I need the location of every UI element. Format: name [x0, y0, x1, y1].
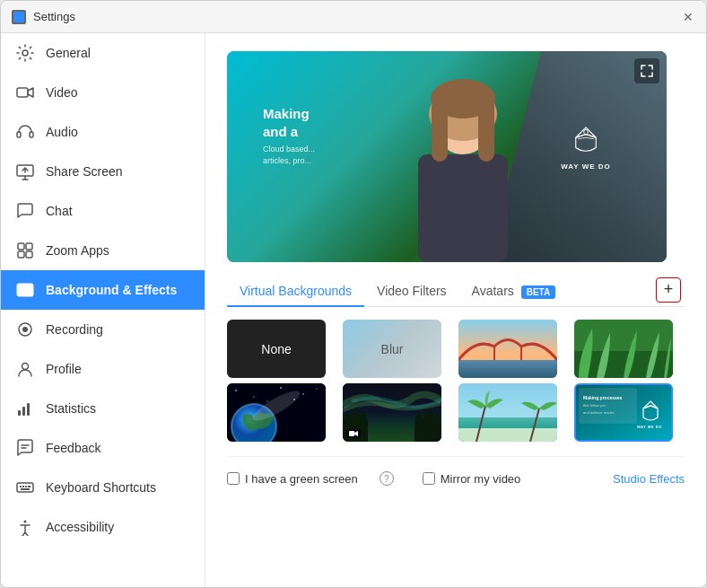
title-bar-left: Settings: [12, 10, 75, 24]
background-grass[interactable]: [574, 320, 673, 378]
video-badge: [346, 429, 361, 438]
green-screen-help-icon[interactable]: ?: [380, 471, 394, 486]
sidebar-item-zoom-apps[interactable]: Zoom Apps: [1, 231, 205, 270]
background-aurora[interactable]: [343, 383, 441, 442]
main-content: General Video: [1, 33, 706, 587]
tab-avatars[interactable]: Avatars BETA: [459, 276, 569, 307]
sidebar-item-background[interactable]: Background & Effects: [1, 270, 205, 310]
svg-rect-9: [26, 251, 32, 258]
svg-rect-15: [18, 410, 21, 416]
svg-rect-19: [17, 483, 33, 492]
svg-rect-4: [30, 132, 33, 137]
background-icon: [15, 280, 35, 300]
mirror-video-checkbox[interactable]: [423, 472, 435, 485]
background-slides[interactable]: Making processes that follow you and ach…: [574, 383, 673, 442]
background-grid: None Blur: [227, 320, 685, 442]
svg-rect-20: [20, 486, 22, 487]
feedback-icon: [15, 438, 35, 458]
sidebar-item-share-screen[interactable]: Share Screen: [1, 152, 205, 191]
accessibility-icon: [15, 517, 35, 537]
background-beach[interactable]: [458, 383, 557, 442]
settings-window: Settings ✕ General: [0, 0, 707, 588]
app-icon: [12, 10, 26, 24]
sidebar-item-accessibility[interactable]: Accessibility: [1, 507, 205, 547]
sidebar-label-profile: Profile: [46, 362, 82, 376]
beta-badge: BETA: [521, 285, 555, 299]
svg-rect-54: [458, 428, 557, 442]
sidebar-item-audio[interactable]: Audio: [1, 112, 205, 152]
headphone-icon: [15, 122, 35, 142]
video-icon: [15, 83, 35, 102]
chat-icon: [15, 201, 35, 221]
svg-text:Making processes: Making processes: [583, 395, 623, 400]
svg-point-25: [24, 521, 27, 523]
sidebar-label-recording: Recording: [46, 322, 103, 337]
keyboard-icon: [15, 478, 35, 497]
sidebar-item-profile[interactable]: Profile: [1, 349, 205, 389]
svg-point-13: [22, 327, 28, 332]
sidebar-item-video[interactable]: Video: [1, 73, 205, 112]
sidebar-label-accessibility: Accessibility: [46, 520, 114, 534]
bottom-bar: I have a green screen ? Mirror my video …: [227, 456, 685, 493]
sidebar-label-general: General: [46, 46, 91, 60]
mirror-video-checkbox-label[interactable]: Mirror my video: [423, 472, 521, 486]
tab-virtual-backgrounds[interactable]: Virtual Backgrounds: [227, 276, 364, 307]
sidebar-label-audio: Audio: [46, 125, 78, 139]
window-title: Settings: [33, 10, 75, 23]
svg-rect-30: [432, 99, 448, 162]
sidebar-label-keyboard: Keyboard Shortcuts: [46, 480, 156, 495]
close-button[interactable]: ✕: [681, 10, 695, 24]
background-none[interactable]: None: [227, 320, 326, 378]
expand-video-button[interactable]: [634, 58, 659, 83]
sidebar-label-chat: Chat: [46, 204, 73, 218]
share-screen-icon: [15, 162, 35, 181]
sidebar: General Video: [1, 33, 205, 587]
svg-point-41: [253, 396, 254, 397]
add-background-button[interactable]: +: [656, 277, 681, 303]
background-blur-label: Blur: [381, 342, 404, 356]
sidebar-item-statistics[interactable]: Statistics: [1, 389, 205, 428]
mirror-video-label: Mirror my video: [441, 472, 521, 486]
background-none-label: None: [261, 342, 291, 356]
record-icon: [15, 320, 35, 339]
svg-text:and achieve results: and achieve results: [583, 410, 614, 415]
svg-rect-51: [349, 431, 354, 436]
svg-rect-23: [28, 486, 31, 487]
sidebar-label-share-screen: Share Screen: [46, 164, 123, 179]
background-blur[interactable]: Blur: [343, 320, 441, 378]
content-area: Makingand a Cloud based...articles, pro.…: [205, 33, 706, 587]
svg-rect-2: [17, 88, 28, 97]
video-text-overlay: Makingand a Cloud based...articles, pro.…: [263, 105, 315, 166]
svg-text:WAY WE DO: WAY WE DO: [637, 425, 662, 429]
sidebar-item-recording[interactable]: Recording: [1, 310, 205, 349]
svg-rect-24: [21, 488, 30, 490]
studio-effects-link[interactable]: Studio Effects: [613, 472, 685, 486]
sidebar-label-statistics: Statistics: [46, 401, 96, 416]
svg-point-1: [22, 50, 28, 56]
sidebar-item-feedback[interactable]: Feedback: [1, 428, 205, 468]
svg-point-43: [302, 393, 303, 394]
svg-point-40: [235, 390, 237, 391]
svg-rect-7: [26, 243, 32, 250]
tab-video-filters[interactable]: Video Filters: [364, 276, 459, 307]
svg-rect-8: [18, 251, 24, 258]
gear-icon: [15, 43, 35, 63]
background-space[interactable]: [227, 383, 326, 442]
sidebar-item-keyboard[interactable]: Keyboard Shortcuts: [1, 468, 205, 507]
green-screen-checkbox-label[interactable]: I have a green screen: [227, 472, 358, 486]
sidebar-item-general[interactable]: General: [1, 33, 205, 73]
background-bridge[interactable]: [458, 320, 557, 378]
title-bar: Settings ✕: [1, 1, 706, 33]
svg-rect-27: [418, 154, 508, 262]
svg-point-42: [280, 387, 282, 389]
svg-point-11: [27, 285, 31, 289]
svg-rect-31: [478, 99, 494, 162]
sidebar-label-zoom-apps: Zoom Apps: [46, 243, 109, 258]
svg-rect-22: [25, 486, 27, 487]
sidebar-label-video: Video: [46, 85, 78, 100]
svg-text:that follow you: that follow you: [583, 403, 607, 408]
svg-point-44: [317, 389, 318, 390]
profile-icon: [15, 359, 35, 379]
green-screen-checkbox[interactable]: [227, 472, 240, 485]
sidebar-item-chat[interactable]: Chat: [1, 191, 205, 231]
